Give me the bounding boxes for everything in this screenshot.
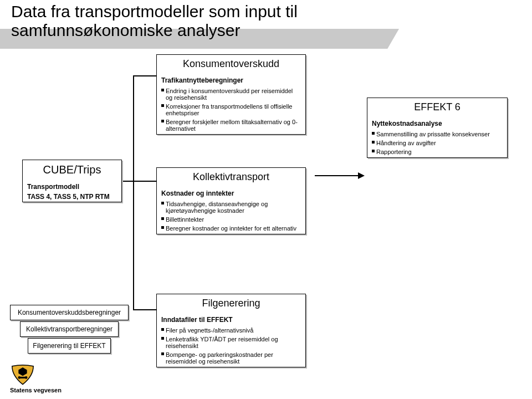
fil-b1: Filer på vegnetts-/alternativsnivå [157, 327, 300, 334]
koll-title: Kollektivtransport [157, 168, 305, 188]
eff-b3: Rapportering [367, 149, 502, 155]
eff-b2: Håndtering av avgifter [367, 140, 502, 146]
eff-b1: Sammenstilling av prissatte konsekvenser [367, 131, 502, 137]
kons-b1: Endring i konsumentoverskudd per reisemi… [157, 88, 300, 101]
kons-title: Konsumentoverskudd [157, 55, 305, 75]
kons-sub: Trafikantnytteberegninger [157, 75, 305, 85]
fork-stem [122, 181, 133, 182]
box-kollektivtransport: Kollektivtransport Kostnader og inntekte… [156, 167, 306, 234]
mini-konsumentoverskuddsberegninger: Konsumentoverskuddsberegninger [10, 305, 129, 320]
title-line1: Data fra transportmodeller som input til [11, 2, 298, 21]
box-cube-trips: CUBE/Trips Transportmodell TASS 4, TASS … [22, 160, 122, 202]
statens-vegvesen-logo: Statens vegvesen [10, 364, 62, 393]
eff-sub: Nyttekostnadsanalyse [367, 119, 507, 129]
fil-b3: Bompenge- og parkeringskostnader per rei… [157, 351, 300, 365]
eff-title: EFFEKT 6 [367, 98, 507, 119]
fil-title: Filgenerering [157, 294, 305, 315]
kons-b2: Korreksjoner fra transportmodellens til … [157, 103, 300, 116]
arrow-head-icon [358, 172, 365, 179]
mini-kollektivtransportberegninger: Kollektivtransportberegninger [20, 321, 119, 337]
svg-rect-2 [18, 377, 27, 378]
fork-branch-mid [133, 181, 156, 182]
koll-b2: Billettinntekter [157, 216, 300, 223]
box-effekt6: EFFEKT 6 Nyttekostnadsanalyse Sammenstil… [367, 98, 508, 158]
koll-sub: Kostnader og inntekter [157, 188, 305, 198]
koll-b3: Beregner kostnader og inntekter for ett … [157, 225, 300, 232]
fork-branch-bot [133, 309, 156, 310]
title-line2: samfunnsøkonomiske analyser [11, 21, 298, 40]
kons-b3: Beregner forskjeller mellom tiltaksalter… [157, 119, 300, 132]
koll-b1: Tidsavhengige, distanseavhengige og kjør… [157, 201, 300, 214]
fil-sub: Inndatafiler til EFFEKT [157, 315, 305, 325]
logo-text: Statens vegvesen [10, 387, 62, 393]
page-title: Data fra transportmodeller som input til… [11, 2, 298, 40]
cube-sub2: TASS 4, TASS 5, NTP RTM [23, 192, 121, 202]
fork-branch-top [133, 75, 156, 76]
cube-sub1: Transportmodell [23, 182, 121, 192]
fil-b2: Lenketrafikk YDT/ÅDT per reisemiddel og … [157, 336, 300, 349]
box-filgenerering: Filgenerering Inndatafiler til EFFEKT Fi… [156, 294, 306, 367]
shield-icon [10, 364, 35, 386]
fork-trunk [133, 75, 134, 310]
cube-title: CUBE/Trips [23, 160, 121, 182]
box-konsumentoverskudd: Konsumentoverskudd Trafikantnytteberegni… [156, 54, 306, 135]
mini-filgenerering-til-effekt: Filgenerering til EFFEKT [28, 338, 111, 354]
arrow-line [315, 175, 359, 176]
